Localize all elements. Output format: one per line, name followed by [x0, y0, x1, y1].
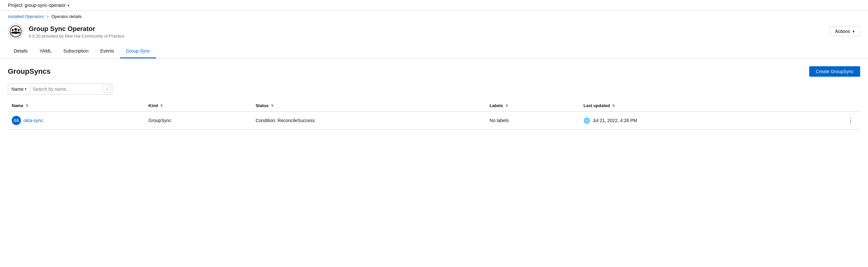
- table-header: Name ⇅ Kind ⇅ Status ⇅ Labels ⇅ Last upd…: [8, 100, 860, 112]
- groupsync-name-link[interactable]: okta-sync: [24, 118, 43, 123]
- avatar: GS: [12, 116, 21, 125]
- actions-label: Actions: [835, 29, 850, 34]
- col-labels[interactable]: Labels ⇅: [486, 100, 579, 112]
- sort-last-updated-icon[interactable]: ⇅: [612, 104, 615, 107]
- project-label: Project: group-sync-operator: [8, 3, 66, 8]
- project-selector[interactable]: Project: group-sync-operator ▾: [8, 3, 69, 8]
- svg-point-4: [11, 32, 14, 34]
- sort-labels-icon[interactable]: ⇅: [505, 104, 508, 107]
- operator-logo: [8, 24, 24, 39]
- svg-point-1: [14, 28, 17, 31]
- cell-row-actions: ⋮: [794, 112, 860, 130]
- breadcrumb-separator: >: [46, 14, 49, 19]
- cell-name: GS okta-sync: [8, 112, 145, 130]
- col-actions-header: [794, 100, 860, 112]
- cell-status: Condition: ReconcileSuccess: [252, 112, 486, 130]
- col-kind[interactable]: Kind ⇅: [145, 100, 252, 112]
- svg-point-5: [18, 29, 20, 31]
- tab-details[interactable]: Details: [8, 44, 34, 59]
- section-header: GroupSyncs Create GroupSync: [8, 66, 860, 77]
- col-name[interactable]: Name ⇅: [8, 100, 145, 112]
- sort-name-icon[interactable]: ⇅: [26, 104, 28, 107]
- create-groupsync-button[interactable]: Create GroupSync: [809, 66, 860, 77]
- sort-status-icon[interactable]: ⇅: [271, 104, 274, 107]
- filter-type-selector[interactable]: Name ▾: [8, 85, 30, 94]
- globe-icon: 🌐: [584, 118, 590, 124]
- sort-kind-icon[interactable]: ⇅: [160, 104, 163, 107]
- actions-chevron-icon: ▾: [852, 29, 855, 34]
- content-area: GroupSyncs Create GroupSync Name ▾ / Nam…: [0, 59, 868, 137]
- section-title: GroupSyncs: [8, 67, 51, 76]
- table-row: GS okta-sync GroupSync Condition: Reconc…: [8, 112, 860, 130]
- search-input[interactable]: [30, 85, 102, 94]
- groupsyncs-table: Name ⇅ Kind ⇅ Status ⇅ Labels ⇅ Last upd…: [8, 100, 860, 130]
- operator-info: Group Sync Operator 0.0.20 provided by R…: [8, 24, 124, 39]
- operator-header: Group Sync Operator 0.0.20 provided by R…: [0, 21, 868, 44]
- filter-bar: Name ▾ /: [8, 83, 112, 95]
- actions-button[interactable]: Actions ▾: [830, 27, 860, 36]
- filter-type-label: Name: [11, 87, 24, 92]
- operator-text: Group Sync Operator 0.0.20 provided by R…: [29, 25, 124, 38]
- row-kebab-menu-button[interactable]: ⋮: [845, 115, 856, 125]
- search-shortcut: /: [103, 85, 111, 93]
- operator-name: Group Sync Operator: [29, 25, 124, 33]
- col-status[interactable]: Status ⇅: [252, 100, 486, 112]
- svg-point-6: [17, 32, 20, 34]
- filter-type-chevron-icon: ▾: [25, 87, 27, 91]
- table-body: GS okta-sync GroupSync Condition: Reconc…: [8, 112, 860, 130]
- operator-logo-svg: [10, 26, 22, 37]
- project-chevron-icon: ▾: [68, 4, 69, 7]
- breadcrumb-current: Operator details: [51, 14, 82, 19]
- operator-version: 0.0.20 provided by Red Hat Community of …: [29, 34, 124, 38]
- cell-labels: No labels: [486, 112, 579, 130]
- breadcrumb: Installed Operators > Operator details: [0, 11, 868, 21]
- cell-kind: GroupSync: [145, 112, 252, 130]
- tabs-bar: Details YAML Subscription Events Group S…: [0, 44, 868, 59]
- col-last-updated[interactable]: Last updated ⇅: [580, 100, 794, 112]
- breadcrumb-parent-link[interactable]: Installed Operators: [8, 14, 44, 19]
- tab-events[interactable]: Events: [94, 44, 120, 59]
- tab-group-sync[interactable]: Group Sync: [120, 44, 156, 59]
- tab-yaml[interactable]: YAML: [34, 44, 58, 59]
- tab-subscription[interactable]: Subscription: [58, 44, 94, 59]
- svg-point-3: [12, 29, 14, 31]
- cell-last-updated: 🌐 Jul 21, 2022, 4:26 PM: [580, 112, 794, 130]
- top-bar: Project: group-sync-operator ▾: [0, 0, 868, 11]
